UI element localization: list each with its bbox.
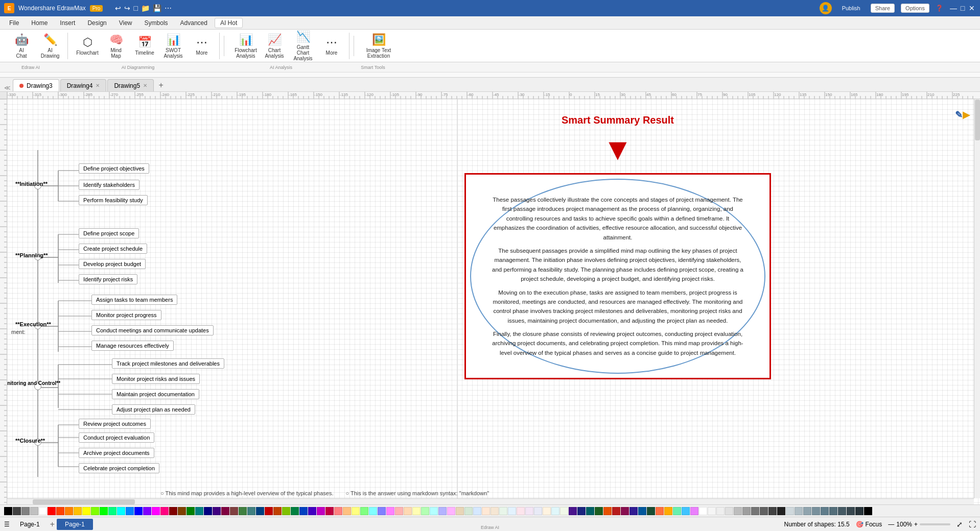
scrollbar-v[interactable]	[974, 99, 980, 498]
color-swatch[interactable]	[534, 507, 542, 515]
color-swatch[interactable]	[847, 507, 855, 515]
fit-page-btn[interactable]: ⤢	[956, 520, 963, 528]
color-swatch[interactable]	[82, 507, 90, 515]
color-swatch[interactable]	[213, 507, 221, 515]
zoom-in-btn[interactable]: +	[914, 521, 918, 528]
canvas-area[interactable]: ment: **Initiation** **Planning** **Exec…	[7, 99, 980, 504]
color-swatch[interactable]	[473, 507, 481, 515]
color-swatch[interactable]	[134, 507, 143, 515]
color-swatch[interactable]	[160, 507, 169, 515]
mind-map-btn[interactable]: 🧠 MindMap	[103, 34, 129, 58]
menu-symbols[interactable]: Symbols	[139, 18, 173, 28]
color-swatch[interactable]	[308, 507, 316, 515]
color-swatch[interactable]	[456, 507, 464, 515]
color-swatch[interactable]	[56, 507, 64, 515]
color-swatch[interactable]	[821, 507, 829, 515]
color-swatch[interactable]	[299, 507, 308, 515]
tab-drawing4-close[interactable]: ✕	[96, 83, 100, 88]
more-analysis-btn[interactable]: ⋯ More	[318, 34, 345, 58]
color-swatch[interactable]	[491, 507, 499, 515]
color-swatch[interactable]	[230, 507, 238, 515]
color-swatch[interactable]	[734, 507, 742, 515]
timeline-btn[interactable]: 📅 Timeline	[131, 34, 158, 58]
color-swatch[interactable]	[317, 507, 325, 515]
color-swatch[interactable]	[48, 507, 56, 515]
color-swatch[interactable]	[464, 507, 473, 515]
color-swatch[interactable]	[404, 507, 412, 515]
color-swatch[interactable]	[577, 507, 586, 515]
color-swatch[interactable]	[74, 507, 82, 515]
color-swatch[interactable]	[786, 507, 794, 515]
color-swatch[interactable]	[143, 507, 151, 515]
chart-analysis-btn[interactable]: 📈 ChartAnalysis	[261, 34, 288, 58]
color-swatch[interactable]	[30, 507, 38, 515]
color-swatch[interactable]	[360, 507, 368, 515]
color-swatch[interactable]	[482, 507, 490, 515]
color-swatch[interactable]	[13, 507, 21, 515]
color-swatch[interactable]	[812, 507, 820, 515]
color-swatch[interactable]	[586, 507, 594, 515]
color-swatch[interactable]	[682, 507, 690, 515]
page-tab-1-active[interactable]: Page-1	[57, 519, 93, 530]
open-btn[interactable]: 📁	[141, 4, 150, 12]
add-tab-btn[interactable]: +	[155, 79, 167, 91]
color-swatch[interactable]	[499, 507, 507, 515]
redo-btn[interactable]: ↪	[124, 4, 130, 12]
menu-advanced[interactable]: Advanced	[175, 18, 213, 28]
ai-chat-btn[interactable]: 🤖 AIChat	[8, 34, 35, 58]
color-swatch[interactable]	[708, 507, 716, 515]
color-swatch[interactable]	[690, 507, 698, 515]
color-swatch[interactable]	[108, 507, 116, 515]
doc-tab-drawing5[interactable]: Drawing5 ✕	[107, 79, 154, 91]
pages-nav-icon[interactable]: ☰	[4, 521, 10, 528]
gantt-analysis-btn[interactable]: 📉 Gantt ChartAnalysis	[290, 34, 316, 58]
color-swatch[interactable]	[517, 507, 525, 515]
help-icon[interactable]: ❓	[936, 5, 943, 12]
zoom-out-btn[interactable]: —	[888, 521, 894, 528]
color-swatch[interactable]	[186, 507, 195, 515]
color-swatch[interactable]	[178, 507, 186, 515]
color-swatch[interactable]	[117, 507, 125, 515]
more-btn[interactable]: ⋯	[165, 4, 172, 12]
color-swatch[interactable]	[525, 507, 533, 515]
color-swatch[interactable]	[543, 507, 551, 515]
color-swatch[interactable]	[673, 507, 681, 515]
color-swatch[interactable]	[65, 507, 73, 515]
menu-insert[interactable]: Insert	[55, 18, 80, 28]
color-swatch[interactable]	[4, 507, 12, 515]
color-swatch[interactable]	[699, 507, 707, 515]
menu-home[interactable]: Home	[26, 18, 53, 28]
color-swatch[interactable]	[39, 507, 47, 515]
color-swatch[interactable]	[855, 507, 864, 515]
color-swatch[interactable]	[169, 507, 177, 515]
tabs-nav-left[interactable]: ≪	[4, 84, 11, 91]
color-swatch[interactable]	[195, 507, 203, 515]
fullscreen-btn[interactable]: ⛶	[969, 520, 976, 528]
color-swatch[interactable]	[21, 507, 30, 515]
tab-drawing5-close[interactable]: ✕	[143, 83, 147, 88]
color-swatch[interactable]	[803, 507, 811, 515]
menu-design[interactable]: Design	[82, 18, 111, 28]
save-btn[interactable]: 💾	[153, 4, 161, 12]
color-swatch[interactable]	[91, 507, 99, 515]
page-tab-1[interactable]: Page-1	[12, 519, 48, 530]
color-swatch[interactable]	[100, 507, 108, 515]
color-swatch[interactable]	[795, 507, 803, 515]
color-swatch[interactable]	[343, 507, 351, 515]
color-swatch[interactable]	[256, 507, 264, 515]
color-swatch[interactable]	[325, 507, 334, 515]
color-swatch[interactable]	[864, 507, 872, 515]
color-swatch[interactable]	[751, 507, 759, 515]
new-btn[interactable]: □	[133, 4, 137, 12]
color-swatch[interactable]	[386, 507, 394, 515]
color-swatch[interactable]	[438, 507, 447, 515]
share-button[interactable]: Share	[871, 4, 895, 13]
color-swatch[interactable]	[447, 507, 455, 515]
color-swatch[interactable]	[612, 507, 620, 515]
color-swatch[interactable]	[768, 507, 777, 515]
color-swatch[interactable]	[265, 507, 273, 515]
zoom-slider[interactable]	[920, 523, 950, 525]
color-swatch[interactable]	[221, 507, 229, 515]
color-swatch[interactable]	[412, 507, 421, 515]
color-swatch[interactable]	[126, 507, 134, 515]
